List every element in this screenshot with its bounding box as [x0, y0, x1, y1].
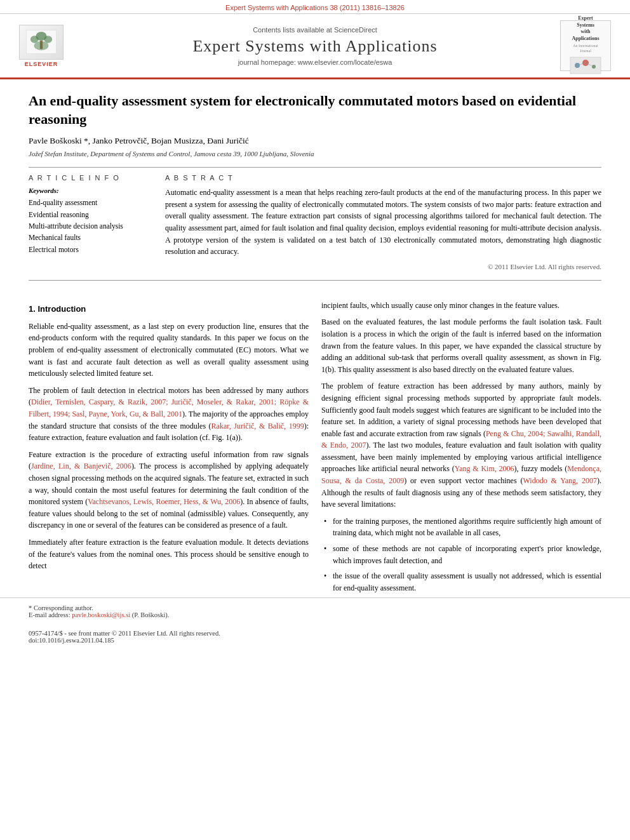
- copyright: © 2011 Elsevier Ltd. All rights reserved…: [165, 263, 601, 270]
- main-body: 1. Introduction Reliable end-quality ass…: [0, 300, 630, 598]
- contents-available-text: Contents lists available at ScienceDirec…: [253, 26, 377, 34]
- intro-para-1: Reliable end-quality assessment, as a la…: [29, 321, 309, 380]
- introduction-title: 1. Introduction: [29, 303, 309, 316]
- ref-widodo: Widodo & Yang, 2007: [523, 476, 597, 485]
- svg-point-3: [44, 36, 52, 43]
- svg-point-5: [34, 41, 49, 50]
- abstract-text: Automatic end-quality assessment is a me…: [165, 187, 601, 258]
- article-title: An end-quality assessment system for ele…: [29, 92, 601, 128]
- journal-homepage: journal homepage: www.elsevier.com/locat…: [76, 58, 554, 66]
- authors-text: Pavle Boškoski *, Janko Petrovčič, Bojan…: [29, 136, 249, 145]
- ref-peng: Peng & Chu, 2004; Sawalhi, Randall, & En…: [321, 429, 601, 450]
- email-note: E-mail address: pavle.boskoski@ijs.si (P…: [29, 611, 601, 618]
- journal-title-area: Contents lists available at ScienceDirec…: [76, 26, 554, 66]
- authors: Pavle Boškoski *, Janko Petrovčič, Bojan…: [29, 136, 601, 146]
- ref-didier: Didier, Ternislen, Caspary, & Razik, 200…: [29, 397, 309, 418]
- limitations-list: for the training purposes, the mentioned…: [321, 516, 601, 594]
- keywords-title: Keywords:: [29, 187, 149, 194]
- article-info-column: A R T I C L E I N F O Keywords: End-qual…: [29, 174, 149, 270]
- body-left-column: 1. Introduction Reliable end-quality ass…: [29, 300, 309, 598]
- journal-citation: Expert Systems with Applications 38 (201…: [225, 4, 405, 11]
- body-right-column: incipient faults, which usually cause on…: [321, 300, 601, 598]
- doi-line: doi:10.1016/j.eswa.2011.04.185: [29, 637, 601, 644]
- keyword-5: Electrical motors: [29, 244, 149, 255]
- limitation-1: for the training purposes, the mentioned…: [321, 516, 601, 539]
- limitation-3: the issue of the overall quality assessm…: [321, 570, 601, 594]
- right-para-3: The problem of feature extraction has be…: [321, 380, 601, 510]
- journal-logo-area: Expert Systems with Applications An Inte…: [560, 20, 617, 71]
- journal-title: Expert Systems with Applications: [76, 37, 554, 56]
- header-divider: [29, 167, 601, 168]
- corresponding-label: * Corresponding author.: [29, 604, 93, 611]
- limitation-2: some of these methods are not capable of…: [321, 543, 601, 566]
- article-header-section: An end-quality assessment system for ele…: [0, 79, 630, 300]
- email-name: (P. Boškoski).: [132, 611, 170, 618]
- svg-point-2: [30, 36, 39, 43]
- elsevier-logo: ELSEVIER: [13, 25, 70, 67]
- keyword-1: End-quality assessment: [29, 197, 149, 208]
- keyword-3: Multi-attribute decision analysis: [29, 220, 149, 232]
- right-para-2: Based on the evaluated features, the las…: [321, 316, 601, 375]
- issn-line: 0957-4174/$ - see front matter © 2011 El…: [29, 630, 601, 637]
- ref-jardine: Jardine, Lin, & Banjevič, 2006: [31, 462, 131, 470]
- keyword-2: Evidential reasoning: [29, 209, 149, 220]
- intro-para-3: Feature extraction is the procedure of e…: [29, 449, 309, 531]
- ref-rakar: Rakar, Juričič, & Balič, 1999: [211, 422, 304, 430]
- email-address: pavle.boskoski@ijs.si: [72, 611, 130, 618]
- page-container: Expert Systems with Applications 38 (201…: [0, 0, 630, 647]
- right-para-1: incipient faults, which usually cause on…: [321, 300, 601, 312]
- body-divider: [29, 280, 601, 281]
- footnote-area: * Corresponding author. E-mail address: …: [0, 597, 630, 625]
- elsevier-logo-image: [19, 25, 64, 60]
- ref-yang: Yang & Kim, 2006: [455, 464, 514, 473]
- journal-citation-bar: Expert Systems with Applications 38 (201…: [0, 0, 630, 14]
- intro-para-2: The problem of fault detection in electr…: [29, 385, 309, 444]
- journal-logo-box: Expert Systems with Applications An Inte…: [560, 20, 611, 71]
- elsevier-wordmark: ELSEVIER: [25, 61, 58, 67]
- affiliation: Jožef Stefan Institute, Department of Sy…: [29, 150, 601, 157]
- elsevier-logo-area: ELSEVIER: [13, 25, 70, 67]
- article-info-abstract: A R T I C L E I N F O Keywords: End-qual…: [29, 174, 601, 270]
- journal-header: ELSEVIER Contents lists available at Sci…: [0, 14, 630, 79]
- intro-para-4: Immediately after feature extraction is …: [29, 537, 309, 572]
- article-info-header: A R T I C L E I N F O: [29, 174, 149, 182]
- keyword-4: Mechanical faults: [29, 232, 149, 243]
- email-label: E-mail address:: [29, 611, 70, 618]
- footer-ids: 0957-4174/$ - see front matter © 2011 El…: [0, 625, 630, 647]
- abstract-column: A B S T R A C T Automatic end-quality as…: [165, 174, 601, 270]
- abstract-header: A B S T R A C T: [165, 174, 601, 182]
- corresponding-author-note: * Corresponding author.: [29, 604, 601, 611]
- ref-vachtsevanos: Vachtsevanos, Lewis, Roemer, Hess, & Wu,…: [88, 497, 240, 506]
- these-word: these: [363, 544, 379, 553]
- sciencedirect-line: Contents lists available at ScienceDirec…: [76, 26, 554, 34]
